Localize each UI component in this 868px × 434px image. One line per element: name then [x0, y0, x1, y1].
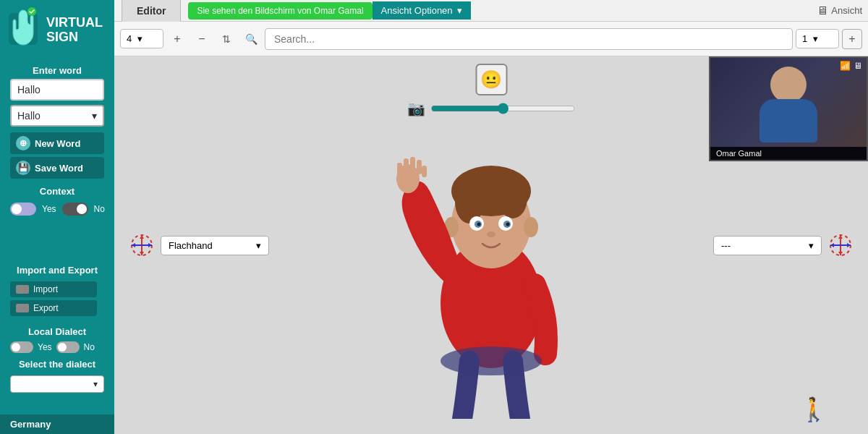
- import-icon: [16, 285, 29, 294]
- right-axis-icon: [827, 232, 854, 258]
- local-dialect-label: Local Dialect: [0, 326, 114, 337]
- minus-button[interactable]: −: [191, 28, 213, 50]
- enter-word-label: Enter word: [0, 65, 114, 76]
- left-hand-chevron-icon: ▾: [256, 240, 261, 251]
- divider-space: [0, 217, 114, 260]
- left-axis-icon: [129, 232, 155, 258]
- page-chevron-icon: ▾: [813, 33, 818, 44]
- new-word-icon: ⊕: [16, 136, 30, 150]
- left-hand-control: Flachhand ▾: [129, 232, 269, 258]
- svg-point-12: [477, 223, 481, 226]
- new-word-button[interactable]: ⊕ New Word: [10, 132, 104, 154]
- dialect-chevron-icon: ▾: [93, 379, 98, 389]
- word-dropdown-chevron-icon: ▾: [92, 110, 97, 122]
- ansicht-optionen-button[interactable]: Ansicht Optionen ▾: [373, 1, 471, 20]
- word-dropdown[interactable]: Hallo ▾: [10, 105, 104, 127]
- add-page-button[interactable]: +: [842, 29, 862, 49]
- toolbar2: 4 ▾ + − ⇅ 🔍 1 ▾ +: [114, 22, 868, 56]
- num-value: 4: [127, 33, 132, 44]
- video-person-name: Omar Gamal: [716, 149, 762, 158]
- dialect-no-label: No: [84, 342, 95, 352]
- svg-rect-18: [397, 163, 402, 177]
- context-label: Context: [0, 186, 114, 197]
- context-no-toggle[interactable]: [62, 203, 88, 216]
- export-icon: [16, 304, 29, 312]
- video-name-bar: Omar Gamal: [710, 147, 867, 160]
- left-hand-value: Flachhand: [169, 240, 213, 251]
- ansicht-text: Ansicht: [831, 5, 862, 16]
- dialect-row: Yes No: [10, 341, 104, 353]
- right-hand-value: ---: [721, 240, 731, 251]
- right-hand-chevron-icon: ▾: [809, 240, 814, 251]
- page-dropdown[interactable]: 1 ▾: [796, 29, 839, 48]
- context-no-label: No: [94, 204, 105, 214]
- export-button[interactable]: Export: [10, 300, 97, 316]
- svg-rect-22: [422, 166, 427, 177]
- page-value: 1: [802, 33, 807, 44]
- dialect-dropdown[interactable]: ▾: [10, 375, 104, 393]
- dialect-yes-toggle[interactable]: [10, 341, 33, 353]
- logo-area: VIRTUALSIGN: [0, 0, 114, 61]
- notification-bar: Sie sehen den Bildschirm von Omar Gamal: [188, 2, 372, 20]
- import-button[interactable]: Import: [10, 281, 97, 297]
- walking-figure-icon: 🚶: [799, 396, 828, 423]
- video-controls: 📶 🖥: [840, 61, 862, 71]
- right-axis-svg: [827, 232, 854, 258]
- main-area: Editor Sie sehen den Bildschirm von Omar…: [114, 0, 868, 434]
- context-row: Yes No: [10, 203, 104, 216]
- avatar-svg: [375, 72, 607, 419]
- import-export-label: Import and Export: [0, 265, 114, 276]
- plus-button[interactable]: +: [166, 28, 188, 50]
- import-export-section: Import Export: [0, 278, 114, 322]
- wifi-icon: 📶: [840, 61, 851, 71]
- editor-tab-label: Editor: [137, 5, 166, 17]
- save-word-icon: 💾: [16, 161, 30, 175]
- word-dropdown-value: Hallo: [17, 110, 41, 122]
- video-content: 📶 🖥: [710, 58, 867, 147]
- ansicht-optionen-chevron-icon: ▾: [457, 5, 462, 16]
- left-axis-svg: [129, 232, 155, 258]
- sort-button[interactable]: ⇅: [216, 28, 237, 50]
- logo-text: VIRTUALSIGN: [46, 16, 103, 45]
- search-input[interactable]: [265, 28, 793, 50]
- word-input[interactable]: [10, 79, 104, 101]
- monitor-small-icon: 🖥: [854, 61, 862, 71]
- right-hand-dropdown[interactable]: --- ▾: [713, 236, 822, 255]
- export-label: Export: [33, 303, 59, 313]
- sidebar: VIRTUALSIGN Enter word Hallo ▾ ⊕ New Wor…: [0, 0, 114, 434]
- dialect-no-toggle[interactable]: [56, 341, 80, 353]
- svg-rect-20: [410, 157, 415, 173]
- svg-point-14: [487, 231, 495, 237]
- top-bar-right: 🖥 Ansicht: [817, 4, 868, 17]
- import-label: Import: [33, 284, 58, 294]
- select-dialect-label: Select the dialect: [0, 359, 114, 370]
- svg-point-23: [441, 346, 542, 375]
- notification-text: Sie sehen den Bildschirm von Omar Gamal: [197, 6, 363, 16]
- context-yes-label: Yes: [42, 204, 56, 214]
- editor-tab[interactable]: Editor: [122, 0, 181, 22]
- dialect-yes-label: Yes: [38, 342, 52, 352]
- right-hand-control: --- ▾: [713, 232, 854, 258]
- left-hand-dropdown[interactable]: Flachhand ▾: [161, 236, 269, 255]
- new-word-label: New Word: [35, 138, 80, 149]
- svg-rect-21: [417, 160, 422, 174]
- svg-point-13: [506, 223, 510, 226]
- scene-area: 😐 📷: [114, 56, 868, 434]
- context-yes-toggle[interactable]: [10, 203, 36, 216]
- video-overlay: 📶 🖥 Omar Gamal: [709, 56, 868, 161]
- top-notification-bar: Editor Sie sehen den Bildschirm von Omar…: [114, 0, 868, 22]
- save-word-label: Save Word: [35, 163, 83, 174]
- num-dropdown[interactable]: 4 ▾: [120, 29, 163, 48]
- ansicht-optionen-label: Ansicht Optionen: [381, 5, 453, 16]
- num-chevron-icon: ▾: [137, 33, 142, 44]
- logo-hand-icon: [6, 7, 41, 54]
- search-icon-button[interactable]: 🔍: [240, 28, 262, 50]
- save-word-button[interactable]: 💾 Save Word: [10, 157, 104, 179]
- svg-rect-19: [404, 158, 409, 174]
- ansicht-area: 🖥 Ansicht: [817, 4, 862, 17]
- germany-label: Germany: [10, 419, 51, 430]
- svg-point-16: [524, 217, 538, 237]
- monitor-icon: 🖥: [817, 4, 828, 17]
